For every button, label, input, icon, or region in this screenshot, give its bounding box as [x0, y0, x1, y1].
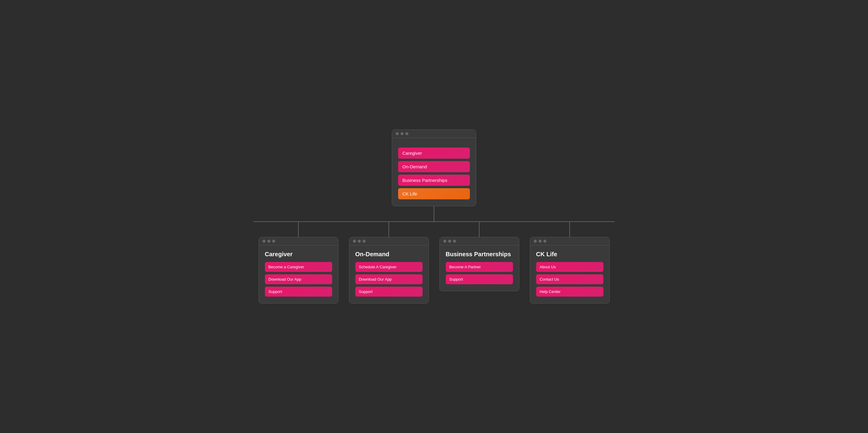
child-card-3: CK LifeAbout UsContact UsHelp Center — [530, 237, 610, 303]
child-title-3: CK Life — [536, 251, 603, 258]
root-card: CaregiverOn-DemandBusiness PartnershipsC… — [392, 130, 476, 206]
child-titlebar-0 — [259, 237, 338, 245]
child-card-2: Business PartnershipsBecome A PartnerSup… — [439, 237, 519, 291]
child-card-0: CaregiverBecome a CaregiverDownload Our … — [258, 237, 338, 303]
child-dot-3-0 — [534, 240, 537, 243]
child-btn-2-0[interactable]: Become A Partner — [446, 262, 513, 272]
child-btn-3-2[interactable]: Help Center — [536, 287, 603, 297]
child-card-1: On-DemandSchedule A CaregiverDownload Ou… — [349, 237, 429, 303]
child-title-2: Business Partnerships — [446, 251, 513, 258]
child-titlebar-3 — [530, 237, 610, 245]
root-card-body: CaregiverOn-DemandBusiness PartnershipsC… — [392, 138, 476, 206]
child-dot-2-2 — [453, 240, 456, 243]
child-body-2: Business PartnershipsBecome A PartnerSup… — [440, 245, 519, 291]
child-title-1: On-Demand — [355, 251, 423, 258]
child-dot-0-2 — [272, 240, 275, 243]
child-btn-0-0[interactable]: Become a Caregiver — [265, 262, 332, 272]
child-dot-3-1 — [538, 240, 541, 243]
child-btn-3-0[interactable]: About Us — [536, 262, 603, 272]
root-btn-3[interactable]: CK Life — [398, 188, 470, 199]
child-btn-0-1[interactable]: Download Our App — [265, 274, 332, 284]
child-btn-1-2[interactable]: Support — [355, 287, 423, 297]
child-btn-1-0[interactable]: Schedule A Caregiver — [355, 262, 423, 272]
dot-1 — [396, 132, 399, 135]
child-dot-2-0 — [443, 240, 446, 243]
child-dot-2-1 — [448, 240, 451, 243]
root-btn-list: CaregiverOn-DemandBusiness PartnershipsC… — [398, 147, 470, 199]
child-col-3: CK LifeAbout UsContact UsHelp Center — [524, 222, 615, 303]
root-titlebar — [392, 130, 476, 138]
dot-3 — [405, 132, 408, 135]
children-row: CaregiverBecome a CaregiverDownload Our … — [253, 222, 615, 303]
child-dot-1-1 — [358, 240, 361, 243]
child-title-0: Caregiver — [265, 251, 332, 258]
child-dot-1-0 — [353, 240, 356, 243]
child-dot-0-0 — [262, 240, 266, 243]
child-col-2: Business PartnershipsBecome A PartnerSup… — [434, 222, 524, 303]
root-btn-0[interactable]: Caregiver — [398, 147, 470, 159]
child-titlebar-1 — [349, 237, 429, 245]
child-connector-0 — [298, 222, 299, 237]
child-btn-list-3: About UsContact UsHelp Center — [536, 262, 603, 297]
root-btn-1[interactable]: On-Demand — [398, 161, 470, 172]
child-body-3: CK LifeAbout UsContact UsHelp Center — [530, 245, 610, 303]
child-btn-list-2: Become A PartnerSupport — [446, 262, 513, 284]
child-col-1: On-DemandSchedule A CaregiverDownload Ou… — [344, 222, 434, 303]
child-btn-3-1[interactable]: Contact Us — [536, 274, 603, 284]
horizontal-line-container — [253, 221, 615, 222]
dot-2 — [401, 132, 404, 135]
diagram: CaregiverOn-DemandBusiness PartnershipsC… — [223, 130, 645, 303]
child-connector-2 — [479, 222, 479, 237]
child-btn-0-2[interactable]: Support — [265, 287, 332, 297]
child-btn-list-1: Schedule A CaregiverDownload Our AppSupp… — [355, 262, 423, 297]
root-connector — [434, 206, 434, 221]
root-btn-2[interactable]: Business Partnerships — [398, 175, 470, 186]
child-connector-3 — [569, 222, 570, 237]
child-btn-1-1[interactable]: Download Our App — [355, 274, 423, 284]
child-body-1: On-DemandSchedule A CaregiverDownload Ou… — [349, 245, 429, 303]
child-connector-1 — [389, 222, 389, 237]
child-dot-1-2 — [363, 240, 366, 243]
child-col-0: CaregiverBecome a CaregiverDownload Our … — [253, 222, 344, 303]
child-body-0: CaregiverBecome a CaregiverDownload Our … — [259, 245, 338, 303]
child-titlebar-2 — [440, 237, 519, 245]
child-btn-2-1[interactable]: Support — [446, 274, 513, 284]
horizontal-line — [253, 221, 615, 222]
child-dot-3-2 — [544, 240, 547, 243]
child-dot-0-1 — [267, 240, 270, 243]
child-btn-list-0: Become a CaregiverDownload Our AppSuppor… — [265, 262, 332, 297]
